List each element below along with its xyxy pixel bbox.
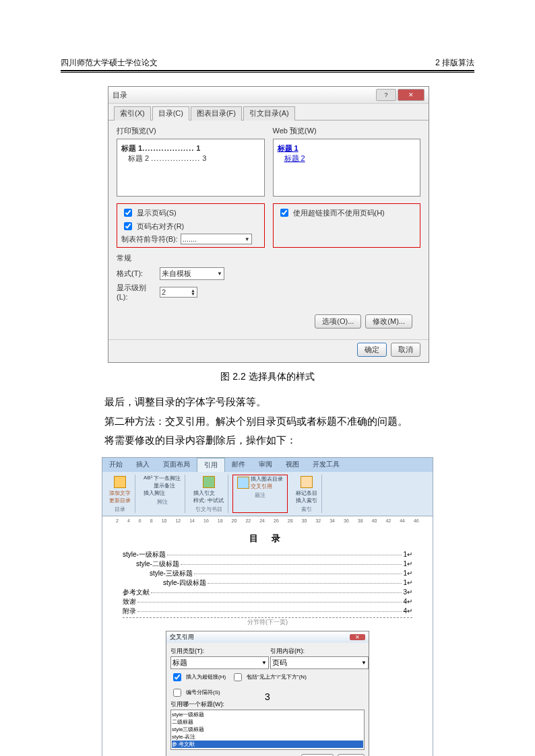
toc-line: style-一级标题1↵ — [123, 550, 412, 559]
toc-line: style-三级标题1↵ — [123, 569, 412, 578]
ribbon-tab[interactable]: 页面布局 — [156, 458, 197, 472]
insert-hyperlink-checkbox[interactable]: 插入为超链接(H) — [170, 671, 226, 683]
level-spinner[interactable]: 2▲▼ — [160, 287, 197, 298]
ribbon-group-toc[interactable]: 添加文字 更新目录 目录 — [105, 475, 135, 513]
toc-line: style-二级标题1↵ — [123, 559, 412, 569]
web-preview-label: Web 预览(W) — [273, 126, 421, 136]
heading-listbox[interactable]: style一级标题 二级标题 style三级标题 style-表注参 考文献致谢… — [170, 710, 365, 750]
modify-button[interactable]: 修改(M)... — [365, 314, 412, 329]
refcontent-dropdown[interactable]: 页码▼ — [270, 656, 369, 669]
body-3: 将需要修改的目录内容删除后，操作如下： — [84, 431, 474, 450]
help-button[interactable]: ? — [376, 89, 396, 101]
ribbon-tab[interactable]: 视图 — [279, 458, 306, 472]
close-icon[interactable]: ✕ — [350, 634, 365, 640]
ribbon-tab[interactable]: 插入 — [129, 458, 156, 472]
word-screenshot: 开始 插入 页面布局 引用 邮件 审阅 视图 开发工具 添加文字 更新目录 目录… — [102, 457, 433, 757]
format-dropdown[interactable]: 来自模板▼ — [160, 267, 224, 280]
insert-button[interactable]: 插入(I) — [301, 754, 334, 757]
doc-toc-title: 目 录 — [123, 532, 412, 545]
tab-figures[interactable]: 图表目录(F) — [191, 106, 242, 121]
web-preview: 标题 1 标题 2 — [273, 139, 421, 197]
refcontent-label: 引用内容(R): — [270, 647, 365, 656]
options-button[interactable]: 选项(O)... — [315, 314, 361, 329]
cancel-button[interactable]: 取消 — [391, 343, 420, 357]
toc-dialog: 目录 ? ✕ 索引(X) 目录(C) 图表目录(F) 引文目录(A) 打印预览(… — [108, 86, 429, 363]
leader-dropdown[interactable]: .......▼ — [181, 234, 252, 244]
general-label: 常规 — [117, 253, 420, 263]
print-preview: 标题 1 1 标题 2 .................. 3 — [117, 139, 265, 197]
include-above-checkbox[interactable]: 包括"见上方"/"见下方"(N) — [231, 671, 307, 683]
page-number: 3 — [0, 691, 535, 702]
reftype-label: 引用类型(T): — [170, 647, 265, 656]
reftype-dropdown[interactable]: 标题▼ — [170, 656, 269, 669]
ribbon-group-footnote[interactable]: AB¹下一条脚注显示备注 插入脚注 脚注 — [139, 475, 185, 513]
show-page-checkbox[interactable]: 显示页码(S) — [121, 207, 260, 219]
toc-line: style-四级标题1↵ — [123, 578, 412, 588]
ribbon-tab[interactable]: 开发工具 — [306, 458, 346, 472]
header-right: 2 排版算法 — [435, 57, 474, 69]
ruler: 2468101214161820222426283032343638404244… — [102, 516, 433, 526]
body-2: 第二种方法：交叉引用。解决个别目录页码或者标题不准确的问题。 — [84, 412, 474, 432]
toc-line: 参考文献3↵ — [123, 588, 412, 597]
body-1: 最后，调整目录的字体字号段落等。 — [84, 392, 474, 412]
figure-caption: 图 2.2 选择具体的样式 — [61, 371, 474, 383]
close-button[interactable]: 关闭 — [338, 754, 365, 757]
right-align-checkbox[interactable]: 页码右对齐(R) — [121, 220, 260, 232]
close-button[interactable]: ✕ — [398, 89, 424, 101]
print-preview-label: 打印预览(V) — [117, 126, 265, 136]
tab-authorities[interactable]: 引文目录(A) — [243, 106, 295, 121]
ribbon-tab[interactable]: 审阅 — [252, 458, 279, 472]
level-label: 显示级别(L): — [117, 283, 157, 301]
dialog-title: 目录 — [113, 90, 127, 100]
ribbon-tab-references[interactable]: 引用 — [197, 458, 225, 472]
toc-line: 附录4↵ — [123, 607, 412, 616]
tab-index[interactable]: 索引(X) — [114, 106, 151, 121]
format-label: 格式(T): — [117, 269, 157, 279]
ok-button[interactable]: 确定 — [357, 343, 387, 357]
ribbon-tab[interactable]: 邮件 — [225, 458, 252, 472]
leader-label: 制表符前导符(B): — [121, 234, 178, 244]
ribbon-group-index[interactable]: 标记条目 插入索引 索引 — [292, 475, 322, 513]
tab-toc[interactable]: 目录(C) — [152, 106, 189, 121]
hyperlink-checkbox[interactable]: 使用超链接而不使用页码(H) — [278, 207, 416, 219]
ribbon-group-caption[interactable]: 插入图表目录交叉引用 题注 — [232, 475, 288, 513]
header-left: 四川师范大学硕士学位论文 — [61, 57, 158, 69]
section-break: 分节符(下一页) — [123, 617, 412, 627]
ribbon-tab[interactable]: 开始 — [102, 458, 129, 472]
ribbon-group-citation[interactable]: 插入引文样式: 中试试 引文与书目 — [189, 475, 228, 513]
toc-line: 致谢4↵ — [123, 597, 412, 607]
